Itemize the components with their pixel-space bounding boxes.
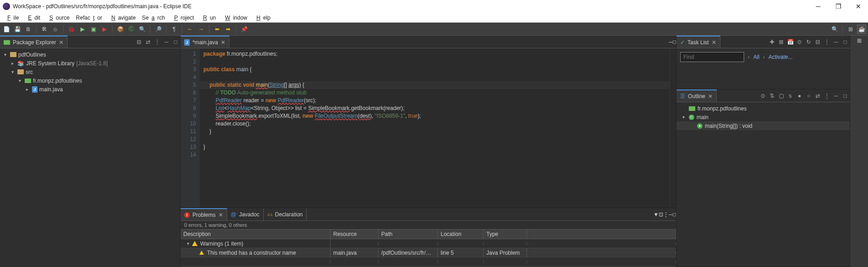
menu-project[interactable]: Project (169, 14, 197, 22)
menu-source[interactable]: Source (44, 14, 72, 22)
debug-button[interactable]: 🐞 (67, 25, 76, 34)
menu-file[interactable]: File (2, 14, 21, 22)
menu-window[interactable]: Window (219, 14, 250, 22)
build-button[interactable]: 🛠 (40, 25, 49, 34)
coverage-button[interactable]: ▣ (89, 25, 98, 34)
minimize-view-button[interactable]: ─ (162, 37, 171, 47)
toggle-mark-button[interactable]: ¶ (170, 25, 179, 34)
minimize-editor-button[interactable]: ─ (669, 39, 673, 45)
tree-jre-row[interactable]: ▸📚 JRE System Library [JavaSE-1.8] (0, 59, 180, 68)
task-activate-link[interactable]: Activate... (768, 54, 793, 60)
outline-tree[interactable]: fr.monpz.pdfoutlines ▾ C main ● main(Str… (676, 102, 850, 132)
search-button[interactable]: 🔎 (154, 25, 163, 34)
link-button[interactable]: ⇄ (813, 91, 822, 100)
outline-package-row[interactable]: fr.monpz.pdfoutlines (676, 104, 850, 113)
tree-project-row[interactable]: ▾ pdfOutlines (0, 50, 180, 59)
view-menu-button[interactable]: ⋮ (663, 211, 669, 218)
tree-package-row[interactable]: ▾ fr.monpz.pdfoutlines (0, 76, 180, 85)
col-path[interactable]: Path (378, 230, 438, 239)
problems-tab[interactable]: ! Problems ✕ (181, 208, 227, 220)
quick-access-button[interactable]: 🔍 (830, 25, 839, 34)
task-find-input[interactable] (680, 52, 744, 62)
hide-local-button[interactable]: ○ (804, 91, 813, 100)
maximize-editor-button[interactable]: □ (673, 39, 676, 45)
problems-row[interactable]: This method has a constructor name main.… (181, 248, 676, 257)
menu-edit[interactable]: Edit (22, 14, 43, 22)
save-button[interactable]: 💾 (13, 25, 22, 34)
perspective-switcher-button[interactable]: ⊞ (857, 37, 862, 44)
hide-fields-button[interactable]: ▢ (777, 91, 786, 100)
problems-header-row[interactable]: Description Resource Path Location Type (181, 229, 676, 239)
collapse-button[interactable]: ⊟ (813, 37, 822, 47)
package-tree[interactable]: ▾ pdfOutlines ▸📚 JRE System Library [Jav… (0, 48, 180, 267)
view-menu-button[interactable]: ⋮ (153, 37, 162, 47)
task-list-tab[interactable]: ✓ Task List ✕ (676, 36, 720, 48)
focus-button[interactable]: ⊙ (758, 91, 767, 100)
maximize-view-button[interactable]: □ (673, 211, 676, 218)
col-location[interactable]: Location (438, 230, 484, 239)
maximize-button[interactable]: ❐ (831, 3, 845, 10)
run-button[interactable]: ▶ (78, 25, 87, 34)
outline-tab[interactable]: ☰ Outline ✕ (676, 89, 717, 102)
javadoc-tab[interactable]: @ Javadoc (227, 208, 264, 220)
ext-tools-button[interactable]: ▶ (100, 25, 109, 34)
sched-button[interactable]: 📅 (786, 37, 795, 47)
hide-nonpublic-button[interactable]: ● (795, 91, 804, 100)
close-icon[interactable]: ✕ (218, 212, 223, 218)
new-task-button[interactable]: ✚ (767, 37, 777, 47)
minimize-view-button[interactable]: ─ (831, 37, 841, 47)
close-icon[interactable]: ✕ (712, 39, 716, 46)
close-button[interactable]: ✕ (852, 3, 865, 10)
nav-back-button[interactable]: ⬅ (213, 25, 222, 34)
sort-button[interactable]: ⇅ (767, 91, 777, 100)
focus-button[interactable]: ⊡ (659, 211, 663, 218)
close-editor-icon[interactable]: ✕ (221, 39, 225, 46)
filter-button[interactable]: ▼ (653, 211, 659, 218)
package-explorer-tab[interactable]: Package Explorer ✕ (0, 36, 68, 48)
menu-help[interactable]: Help (251, 14, 273, 22)
minimize-view-button[interactable]: ─ (831, 91, 841, 100)
editor-tab-main[interactable]: J *main.java ✕ (181, 36, 229, 48)
open-type-button[interactable]: 🔍 (138, 25, 147, 34)
menu-navigate[interactable]: Navigate (106, 14, 138, 22)
maximize-view-button[interactable]: □ (171, 37, 180, 47)
task-all-link[interactable]: All (753, 54, 759, 60)
pin-editor-button[interactable]: 📌 (240, 25, 249, 34)
minimize-view-button[interactable]: ─ (669, 211, 673, 218)
cat-button[interactable]: ⊞ (777, 37, 786, 47)
col-resource[interactable]: Resource (330, 230, 378, 239)
maximize-view-button[interactable]: □ (841, 37, 850, 47)
col-type[interactable]: Type (484, 230, 527, 239)
save-all-button[interactable]: 🗎 (24, 25, 33, 34)
overview-ruler[interactable] (670, 48, 676, 208)
problems-group-row[interactable]: ▾ Warnings (1 item) (181, 239, 676, 248)
outline-method-row[interactable]: ● main(String[]) : void (676, 121, 850, 130)
new-button[interactable]: 📄 (2, 25, 11, 34)
collapse-all-button[interactable]: ⊟ (134, 37, 144, 47)
new-class-button[interactable]: Ⓒ (127, 25, 136, 34)
nav-forward-button[interactable]: ➡ (224, 25, 233, 34)
hide-static-button[interactable]: s (786, 91, 795, 100)
menu-refactor[interactable]: Refactor (73, 14, 105, 22)
tree-file-row[interactable]: ▸J main.java (0, 85, 180, 94)
view-menu-button[interactable]: ⋮ (822, 91, 831, 100)
maximize-view-button[interactable]: □ (841, 91, 850, 100)
minimize-button[interactable]: ─ (811, 3, 825, 10)
focus-button[interactable]: ⊙ (795, 37, 804, 47)
outline-class-row[interactable]: ▾ C main (676, 113, 850, 121)
close-view-icon[interactable]: ✕ (59, 39, 64, 46)
code-editor[interactable]: 1234567891011121314 package fr.monpz.pdf… (181, 48, 676, 208)
sync-button[interactable]: ↻ (804, 37, 813, 47)
declaration-tab[interactable]: ▭ Declaration (264, 208, 307, 220)
link-editor-button[interactable]: ⇄ (144, 37, 153, 47)
tree-src-row[interactable]: ▾ src (0, 68, 180, 76)
forward-button[interactable]: → (197, 25, 206, 34)
close-icon[interactable]: ✕ (708, 93, 713, 99)
col-description[interactable]: Description (181, 230, 330, 239)
new-package-button[interactable]: 📦 (116, 25, 125, 34)
skip-breakpoint-button[interactable]: ⦸ (51, 25, 60, 34)
java-perspective-button[interactable]: ☕ (857, 25, 866, 34)
view-menu-button[interactable]: ⋮ (822, 37, 831, 47)
open-perspective-button[interactable]: ⊞ (846, 25, 855, 34)
menu-run[interactable]: Run (197, 14, 218, 22)
